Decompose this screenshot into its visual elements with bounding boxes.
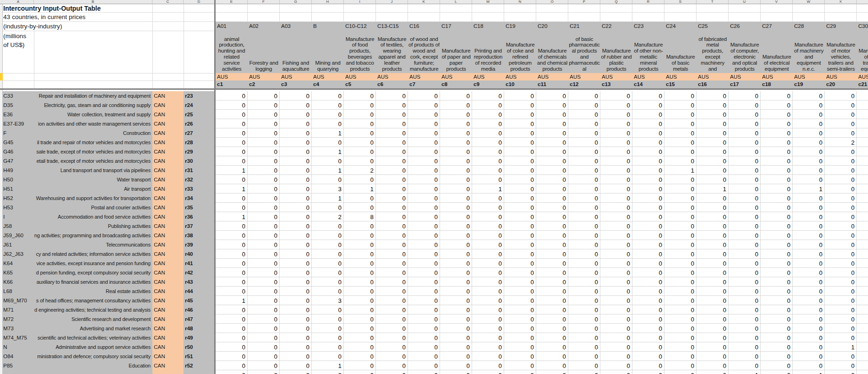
col-header-A01[interactable]: A01animal production, hunting and relate… bbox=[216, 22, 248, 73]
cell-partial-c3[interactable]: 0 bbox=[280, 370, 312, 374]
cell-r49-c17[interactable]: 0 bbox=[729, 333, 761, 342]
cell-r33-c18[interactable]: 0 bbox=[761, 184, 793, 194]
cell-r52-c13[interactable]: 0 bbox=[600, 361, 632, 370]
cell-r29-c18[interactable]: 0 bbox=[761, 147, 793, 156]
row-label-code[interactable]: M71 bbox=[3, 305, 34, 314]
cell-r43-c18[interactable]: 0 bbox=[761, 277, 793, 287]
row-country-cell[interactable]: CAN bbox=[152, 147, 184, 156]
row-label-code[interactable]: M74_M75 bbox=[3, 333, 34, 342]
cell-r38-c21[interactable] bbox=[857, 231, 868, 240]
cell-r34-c3[interactable]: 0 bbox=[280, 194, 312, 203]
col-header-C18[interactable]: C18Printing and reproduction of recorded… bbox=[472, 22, 504, 73]
col-header-A02[interactable]: A02Forestry and logging bbox=[248, 22, 280, 73]
cell-r46-c11[interactable]: 0 bbox=[536, 305, 568, 314]
row-label-name[interactable]: cy and related activities; information s… bbox=[34, 249, 152, 259]
row-country-cell[interactable]: CAN bbox=[152, 342, 184, 352]
cell-r35-c4[interactable]: 0 bbox=[312, 203, 344, 212]
cell-r37-c15[interactable]: 0 bbox=[664, 221, 697, 231]
cell-r38-c7[interactable]: 0 bbox=[408, 231, 440, 240]
country-cell-c21[interactable]: AUS bbox=[857, 73, 868, 80]
cell-r24-c11[interactable]: 0 bbox=[536, 100, 568, 110]
cell-r25-c6[interactable]: 0 bbox=[376, 110, 408, 119]
cell-r25-c4[interactable]: 0 bbox=[312, 110, 344, 119]
country-cell-c7[interactable]: AUS bbox=[408, 73, 440, 80]
cell-r51-c21[interactable] bbox=[857, 352, 868, 361]
cell-r36-c10[interactable]: 0 bbox=[504, 212, 536, 221]
cell-r23-c19[interactable]: 0 bbox=[793, 91, 825, 100]
cell-r32-c4[interactable]: 0 bbox=[312, 175, 344, 184]
col-header-C10-C12[interactable]: C10-C12Manufacture of food products, bev… bbox=[344, 22, 376, 73]
cell-r52-c15[interactable]: 0 bbox=[664, 361, 697, 370]
cell-r36-c20[interactable]: 0 bbox=[825, 212, 857, 221]
column-code-c15[interactable]: c15 bbox=[664, 80, 697, 88]
row-code-cell[interactable]: r30 bbox=[184, 156, 215, 166]
country-cell-c16[interactable]: AUS bbox=[697, 73, 729, 80]
cell-r28-c11[interactable]: 0 bbox=[536, 138, 568, 147]
row-label-code[interactable]: J61 bbox=[3, 240, 34, 249]
cell-r23-c21[interactable] bbox=[857, 91, 868, 100]
cell-r50-c4[interactable]: 0 bbox=[312, 342, 344, 352]
column-code-c7[interactable]: c7 bbox=[408, 80, 440, 88]
cell-r32-c8[interactable]: 0 bbox=[440, 175, 472, 184]
cell-r26-c5[interactable]: 0 bbox=[344, 119, 376, 128]
row-country-cell[interactable]: CAN bbox=[152, 194, 184, 203]
sheet-title[interactable]: Intercountry Input-Output Table bbox=[3, 5, 101, 12]
cell-r50-c18[interactable]: 0 bbox=[761, 342, 793, 352]
cell-r44-c6[interactable]: 0 bbox=[376, 287, 408, 296]
cell-r32-c5[interactable]: 0 bbox=[344, 175, 376, 184]
column-letter-T[interactable]: T bbox=[697, 0, 729, 4]
cell-r35-c1[interactable]: 0 bbox=[216, 203, 248, 212]
cell-r47-c3[interactable]: 0 bbox=[280, 314, 312, 324]
cell-r46-c4[interactable]: 0 bbox=[312, 305, 344, 314]
cell-r31-c13[interactable]: 0 bbox=[600, 166, 632, 175]
cell-r38-c9[interactable]: 0 bbox=[472, 231, 504, 240]
cell-r46-c5[interactable]: 0 bbox=[344, 305, 376, 314]
cell-r42-c14[interactable]: 0 bbox=[632, 268, 664, 277]
cell-r31-c18[interactable]: 0 bbox=[761, 166, 793, 175]
cell-r36-c12[interactable]: 0 bbox=[568, 212, 600, 221]
cell-r33-c4[interactable]: 3 bbox=[312, 184, 344, 194]
row-code-cell[interactable]: r50 bbox=[184, 342, 215, 352]
column-letter-P[interactable]: P bbox=[568, 0, 600, 4]
cell-r51-c5[interactable]: 0 bbox=[344, 352, 376, 361]
column-letter-U[interactable]: U bbox=[729, 0, 761, 4]
sheet-subtitle-industry[interactable]: (industry-by-industry) bbox=[3, 23, 62, 30]
cell-r23-c4[interactable]: 0 bbox=[312, 91, 344, 100]
cell-r43-c17[interactable]: 0 bbox=[729, 277, 761, 287]
cell-r49-c3[interactable]: 0 bbox=[280, 333, 312, 342]
cell-r45-c3[interactable]: 0 bbox=[280, 296, 312, 305]
cell-r33-c8[interactable]: 0 bbox=[440, 184, 472, 194]
cell-r27-c12[interactable]: 0 bbox=[568, 128, 600, 138]
row-code-cell[interactable]: r48 bbox=[184, 324, 215, 333]
cell-r28-c9[interactable]: 0 bbox=[472, 138, 504, 147]
cell-r51-c20[interactable]: 0 bbox=[825, 352, 857, 361]
cell-r23-c1[interactable]: 0 bbox=[216, 91, 248, 100]
cell-r52-c7[interactable]: 0 bbox=[408, 361, 440, 370]
column-letter-E[interactable]: E bbox=[216, 0, 248, 4]
row-code-cell[interactable]: r39 bbox=[184, 240, 215, 249]
cell-r27-c18[interactable]: 0 bbox=[761, 128, 793, 138]
cell-r39-c21[interactable] bbox=[857, 240, 868, 249]
cell-r52-c19[interactable]: 0 bbox=[793, 361, 825, 370]
cell-r35-c21[interactable] bbox=[857, 203, 868, 212]
cell-r38-c1[interactable]: 0 bbox=[216, 231, 248, 240]
cell-r31-c6[interactable]: 0 bbox=[376, 166, 408, 175]
cell-r39-c1[interactable]: 0 bbox=[216, 240, 248, 249]
cell-r23-c3[interactable]: 0 bbox=[280, 91, 312, 100]
row-code-cell[interactable]: r35 bbox=[184, 203, 215, 212]
row-label-name[interactable]: d engineering activities; technical test… bbox=[34, 305, 152, 314]
cell-r30-c18[interactable]: 0 bbox=[761, 156, 793, 166]
cell-r43-c3[interactable]: 0 bbox=[280, 277, 312, 287]
column-letter-H[interactable]: H bbox=[312, 0, 344, 4]
cell-r40-c8[interactable]: 0 bbox=[440, 249, 472, 259]
cell-r25-c9[interactable]: 0 bbox=[472, 110, 504, 119]
cell-r40-c5[interactable]: 0 bbox=[344, 249, 376, 259]
cell-r23-c15[interactable]: 0 bbox=[664, 91, 697, 100]
cell-r51-c7[interactable]: 0 bbox=[408, 352, 440, 361]
cell-r35-c16[interactable]: 0 bbox=[697, 203, 729, 212]
row-country-cell[interactable]: CAN bbox=[152, 175, 184, 184]
row-label-code[interactable]: P85 bbox=[3, 361, 34, 370]
cell-partial-c13[interactable]: 0 bbox=[600, 370, 632, 374]
cell-r51-c3[interactable]: 0 bbox=[280, 352, 312, 361]
cell-r29-c12[interactable]: 0 bbox=[568, 147, 600, 156]
